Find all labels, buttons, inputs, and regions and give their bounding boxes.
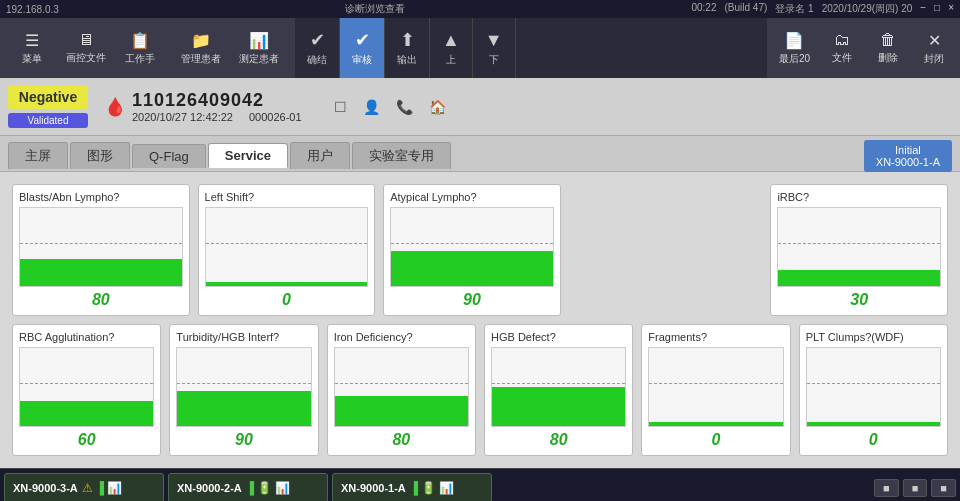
chart-bar xyxy=(391,251,553,286)
taskbar-xn1-label: XN-9000-1-A xyxy=(341,482,406,494)
card-atypical-value: 90 xyxy=(463,291,481,309)
control-button[interactable]: 🖥 画控文件 xyxy=(58,27,114,69)
card-irbc-chart xyxy=(777,207,941,287)
chart-icon-4: 📊 xyxy=(439,481,454,495)
card-left-shift-value: 0 xyxy=(282,291,291,309)
patient-status-col: Negative Validated xyxy=(8,85,88,128)
down-button[interactable]: ▼ 下 xyxy=(473,18,516,78)
close-button[interactable]: ✕ 封闭 xyxy=(912,22,956,74)
card-left-shift-title: Left Shift? xyxy=(205,191,255,203)
manage-button[interactable]: 📁 管理患者 xyxy=(173,27,229,70)
audit-label: 审核 xyxy=(352,53,372,67)
card-hgb: HGB Defect? 80 xyxy=(484,324,633,456)
tab-lab[interactable]: 实验室专用 xyxy=(352,142,451,169)
chart-bar xyxy=(807,422,940,426)
toolbar-left: ☰ 菜单 🖥 画控文件 📋 工作手 📁 管理患者 📊 测定患者 xyxy=(0,18,295,78)
card-turbidity: Turbidity/HGB Interf? 90 xyxy=(169,324,318,456)
initial-line2: XN-9000-1-A xyxy=(876,156,940,168)
chart-bar xyxy=(177,391,310,426)
patient-icons: ☐ 👤 📞 🏠 xyxy=(334,99,446,115)
manage-label: 管理患者 xyxy=(181,52,221,66)
patient-bar: Negative Validated 🩸 110126409042 2020/1… xyxy=(0,78,960,136)
measure-icon: 📊 xyxy=(249,31,269,50)
cards-row1: Blasts/Abn Lympho? 80 Left Shift? 0 Atyp… xyxy=(12,184,948,316)
worklist-button[interactable]: 📋 工作手 xyxy=(116,27,164,70)
delete-label: 删除 xyxy=(878,51,898,65)
title-date: 2020/10/29(周四) 20 xyxy=(822,2,913,16)
file-icon: 🗂 xyxy=(834,31,850,49)
measure-label: 测定患者 xyxy=(239,52,279,66)
battery-icon: ▐ xyxy=(96,481,105,495)
patient-info: 110126409042 2020/10/27 12:42:22 000026-… xyxy=(132,90,302,123)
taskbar-r2[interactable]: ■ xyxy=(903,479,928,497)
delete-button[interactable]: 🗑 删除 xyxy=(866,22,910,74)
card-rbc-agg-title: RBC Agglutination? xyxy=(19,331,114,343)
win-min-button[interactable]: − xyxy=(920,2,926,16)
chart-bar xyxy=(649,422,782,426)
tab-home[interactable]: 主屏 xyxy=(8,142,68,169)
close-icon: ✕ xyxy=(928,31,941,50)
spacer1 xyxy=(754,184,762,316)
card-turbidity-chart xyxy=(176,347,311,427)
title-app: 诊断浏览查看 xyxy=(345,2,405,16)
tab-service[interactable]: Service xyxy=(208,143,288,168)
chart-line xyxy=(649,383,782,384)
card-plt-clumps-title: PLT Clumps?(WDF) xyxy=(806,331,904,343)
negative-badge: Negative xyxy=(8,85,88,109)
chart-line xyxy=(177,383,310,384)
card-rbc-agg-chart xyxy=(19,347,154,427)
audit-icon: ✔ xyxy=(355,29,370,51)
chart-bar xyxy=(206,282,368,286)
title-time: 00:22 xyxy=(691,2,716,16)
taskbar-item-xn1[interactable]: XN-9000-1-A ▐ 🔋 📊 xyxy=(332,473,492,502)
warn-icon: ⚠ xyxy=(82,481,93,495)
card-left-shift-chart xyxy=(205,207,369,287)
title-user: 登录名 1 xyxy=(775,2,813,16)
taskbar: XN-9000-3-A ⚠ ▐ 📊 XN-9000-2-A ▐ 🔋 📊 XN-9… xyxy=(0,468,960,501)
card-rbc-agg: RBC Agglutination? 60 xyxy=(12,324,161,456)
recent20-label: 最后20 xyxy=(779,52,810,66)
taskbar-xn2-icons: ▐ 🔋 📊 xyxy=(246,481,291,495)
card-plt-clumps-chart xyxy=(806,347,941,427)
tab-graph[interactable]: 图形 xyxy=(70,142,130,169)
card-blasts-chart xyxy=(19,207,183,287)
output-button[interactable]: ⬆ 输出 xyxy=(385,18,430,78)
tab-user[interactable]: 用户 xyxy=(290,142,350,169)
measure-button[interactable]: 📊 测定患者 xyxy=(231,27,287,70)
initial-badge: Initial XN-9000-1-A xyxy=(864,140,952,172)
patient-icon-4: 🏠 xyxy=(429,99,446,115)
win-max-button[interactable]: □ xyxy=(934,2,940,16)
card-fragments-title: Fragments? xyxy=(648,331,707,343)
card-plt-clumps-value: 0 xyxy=(869,431,878,449)
card-hgb-value: 80 xyxy=(550,431,568,449)
menu-button[interactable]: ☰ 菜单 xyxy=(8,27,56,70)
chart-bar xyxy=(335,396,468,426)
top-toolbar: ☰ 菜单 🖥 画控文件 📋 工作手 📁 管理患者 📊 测定患者 ✔ 确结 ✔ 审… xyxy=(0,18,960,78)
patient-icon-1: ☐ xyxy=(334,99,347,115)
patient-details: 2020/10/27 12:42:22 000026-01 xyxy=(132,111,302,123)
taskbar-r3[interactable]: ■ xyxy=(931,479,956,497)
confirm-button[interactable]: ✔ 确结 xyxy=(295,18,340,78)
validated-badge: Validated xyxy=(8,113,88,128)
tab-qflag[interactable]: Q-Flag xyxy=(132,144,206,168)
chart-line xyxy=(206,243,368,244)
battery-icon-3: 🔋 xyxy=(421,481,436,495)
taskbar-item-xn3[interactable]: XN-9000-3-A ⚠ ▐ 📊 xyxy=(4,473,164,502)
card-iron-chart xyxy=(334,347,469,427)
taskbar-xn3-label: XN-9000-3-A xyxy=(13,482,78,494)
down-icon: ▼ xyxy=(485,30,503,51)
chart-line xyxy=(335,383,468,384)
card-atypical: Atypical Lympho? 90 xyxy=(383,184,561,316)
file-button[interactable]: 🗂 文件 xyxy=(820,22,864,74)
audit-button[interactable]: ✔ 审核 xyxy=(340,18,385,78)
taskbar-item-xn2[interactable]: XN-9000-2-A ▐ 🔋 📊 xyxy=(168,473,328,502)
card-irbc-value: 30 xyxy=(850,291,868,309)
taskbar-r1[interactable]: ■ xyxy=(874,479,899,497)
win-close-button[interactable]: × xyxy=(948,2,954,16)
up-button[interactable]: ▲ 上 xyxy=(430,18,473,78)
chart-bar xyxy=(20,259,182,286)
nav-tabs: 主屏 图形 Q-Flag Service 用户 实验室专用 Initial XN… xyxy=(0,136,960,172)
chart-bar xyxy=(492,387,625,426)
manage-icon: 📁 xyxy=(191,31,211,50)
recent20-button[interactable]: 📄 最后20 xyxy=(771,22,818,74)
